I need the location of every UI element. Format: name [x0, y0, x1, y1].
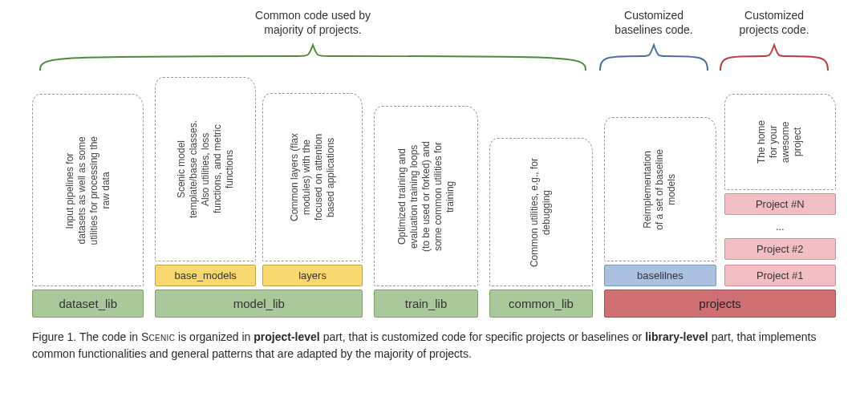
base-train-lib: train_lib [374, 289, 477, 318]
sub-layers: layers [262, 265, 363, 286]
caption-mid2: part, that is customized code for specif… [320, 330, 645, 343]
desc-base-models-text: Scenic model template/base classes. Also… [176, 120, 236, 218]
brace-baselines [594, 40, 714, 72]
desc-baselines-text: Reimplementation of a set of baseline mo… [642, 149, 678, 230]
project-n: Project #N [724, 193, 836, 215]
brace-common [32, 40, 594, 72]
desc-baselines: Reimplementation of a set of baseline mo… [604, 117, 716, 261]
base-model-lib: model_lib [155, 289, 363, 318]
project-2: Project #2 [724, 238, 836, 260]
columns: Input pipelines for datasets as well as … [32, 77, 836, 318]
desc-layers: Common layers (flax modules) with the fo… [262, 93, 363, 261]
top-label-projects: Customized projects code. [714, 8, 834, 37]
desc-common-text: Common utilities, e.g., for debugging [529, 158, 553, 267]
caption-bold1: project-level [254, 330, 319, 343]
desc-layers-text: Common layers (flax modules) with the fo… [289, 133, 337, 221]
top-label-row: Common code used by majority of projects… [32, 8, 836, 37]
base-dataset-lib: dataset_lib [32, 289, 144, 318]
project-ellipsis: ... [724, 220, 836, 233]
caption-mid1: is organized in [175, 330, 254, 343]
desc-train: Optimized training and evaluation traini… [374, 106, 477, 286]
col-dataset: Input pipelines for datasets as well as … [32, 94, 144, 318]
desc-dataset-text: Input pipelines for datasets as well as … [64, 136, 112, 245]
desc-base-models: Scenic model template/base classes. Also… [155, 77, 255, 261]
caption-prefix: Figure 1. The code in [32, 330, 141, 343]
figure-caption: Figure 1. The code in Scenic is organize… [32, 329, 836, 362]
brace-projects [714, 40, 834, 72]
base-projects: projects [604, 289, 836, 318]
caption-bold2: library-level [645, 330, 708, 343]
caption-scenic: Scenic [141, 330, 175, 343]
desc-train-text: Optimized training and evaluation traini… [396, 141, 456, 252]
desc-project-home: The home for your awesome project [724, 94, 836, 190]
brace-row [32, 40, 836, 72]
base-common-lib: common_lib [489, 289, 593, 318]
desc-dataset: Input pipelines for datasets as well as … [32, 94, 144, 286]
top-label-baselines: Customized baselines code. [594, 8, 714, 37]
col-common: Common utilities, e.g., for debugging co… [489, 138, 593, 318]
col-projects-group: Reimplementation of a set of baseline mo… [604, 94, 836, 318]
sub-baselines: baselilnes [604, 265, 716, 286]
desc-project-home-text: The home for your awesome project [756, 120, 804, 164]
sub-base-models: base_models [155, 265, 255, 286]
col-model: Scenic model template/base classes. Also… [155, 77, 363, 318]
col-train: Optimized training and evaluation traini… [374, 106, 477, 318]
top-label-common: Common code used by majority of projects… [32, 8, 594, 37]
desc-common: Common utilities, e.g., for debugging [489, 138, 593, 286]
project-1: Project #1 [724, 265, 836, 286]
